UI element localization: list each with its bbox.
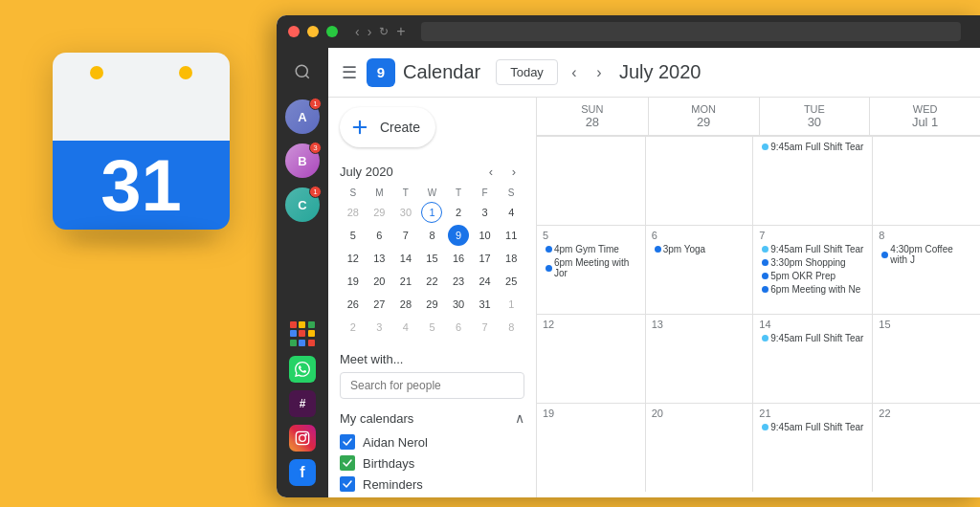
- mini-day[interactable]: 17: [475, 248, 496, 269]
- mini-day[interactable]: 15: [421, 248, 442, 269]
- my-calendars-chevron[interactable]: ∧: [515, 410, 524, 426]
- facebook-icon[interactable]: f: [289, 459, 316, 486]
- mini-day[interactable]: 23: [448, 271, 469, 292]
- cell-13[interactable]: 13: [645, 314, 753, 403]
- nav-prev-button[interactable]: ‹: [562, 60, 587, 85]
- traffic-light-yellow[interactable]: [307, 26, 319, 37]
- slack-icon[interactable]: #: [289, 390, 316, 417]
- mini-day[interactable]: 5: [421, 317, 442, 338]
- create-button[interactable]: Create: [340, 107, 435, 147]
- mini-day[interactable]: 1: [421, 202, 442, 223]
- cell-5[interactable]: 5 4pm Gym Time 6pm Meeting with Jor: [537, 225, 645, 314]
- event-yoga[interactable]: 3pm Yoga: [652, 243, 747, 255]
- event-full-shift-2[interactable]: 9:45am Full Shift Tear: [759, 243, 866, 255]
- mini-day[interactable]: 22: [421, 271, 442, 292]
- browser-back[interactable]: ‹: [355, 24, 360, 39]
- mini-day[interactable]: 27: [368, 294, 390, 315]
- mini-day[interactable]: 2: [448, 202, 469, 223]
- traffic-light-green[interactable]: [326, 26, 338, 37]
- search-people-input[interactable]: [340, 372, 524, 399]
- calendar-item-birthdays[interactable]: Birthdays: [340, 452, 524, 474]
- cell-7[interactable]: 7 9:45am Full Shift Tear 3:30pm Shopping…: [752, 225, 872, 314]
- cell-jul1[interactable]: [872, 136, 980, 225]
- today-button[interactable]: Today: [496, 59, 558, 85]
- mini-day[interactable]: 13: [368, 248, 390, 269]
- event-full-shift-3[interactable]: 9:45am Full Shift Tear: [759, 332, 866, 344]
- calendar-checkbox-birthdays[interactable]: [340, 455, 355, 471]
- mini-day[interactable]: 28: [395, 294, 416, 315]
- sidebar-avatar-2[interactable]: B 3: [285, 143, 320, 178]
- mini-day[interactable]: 29: [368, 202, 390, 223]
- cell-8[interactable]: 8 4:30pm Coffee with J: [872, 225, 980, 314]
- cell-12[interactable]: 12: [537, 314, 645, 403]
- cell-14[interactable]: 14 9:45am Full Shift Tear: [752, 314, 872, 403]
- mini-day[interactable]: 8: [501, 317, 522, 338]
- mini-day[interactable]: 20: [368, 271, 390, 292]
- mini-day[interactable]: 19: [343, 271, 364, 292]
- mini-day[interactable]: 7: [475, 317, 496, 338]
- mini-day[interactable]: 6: [448, 317, 469, 338]
- mini-day[interactable]: 30: [395, 202, 416, 223]
- mini-day[interactable]: 14: [395, 248, 416, 269]
- mini-day[interactable]: 4: [501, 202, 522, 223]
- mini-day-today[interactable]: 9: [448, 225, 469, 246]
- cell-28[interactable]: [537, 136, 645, 225]
- event-meeting-joe[interactable]: 6pm Meeting with Jor: [543, 256, 639, 279]
- mini-day[interactable]: 3: [475, 202, 496, 223]
- browser-forward[interactable]: ›: [368, 24, 372, 39]
- cell-15[interactable]: 15: [872, 314, 980, 403]
- mini-cal-prev[interactable]: ‹: [480, 161, 501, 182]
- browser-refresh[interactable]: ↻: [379, 25, 389, 38]
- mini-day[interactable]: 16: [448, 248, 469, 269]
- mini-day[interactable]: 31: [475, 294, 496, 315]
- mini-day[interactable]: 5: [343, 225, 364, 246]
- instagram-icon[interactable]: [289, 425, 316, 452]
- cell-29[interactable]: [645, 136, 753, 225]
- calendar-item-reminders[interactable]: Reminders: [340, 474, 524, 495]
- mini-day[interactable]: 24: [475, 271, 496, 292]
- cell-6[interactable]: 6 3pm Yoga: [645, 225, 753, 314]
- mini-day[interactable]: 25: [501, 271, 522, 292]
- mini-day[interactable]: 3: [368, 317, 390, 338]
- calendar-checkbox-aidan[interactable]: [340, 434, 355, 450]
- mini-day[interactable]: 12: [343, 248, 364, 269]
- mini-day[interactable]: 18: [501, 248, 522, 269]
- calendar-item-aidan[interactable]: Aidan Nerol: [340, 431, 524, 452]
- mini-day[interactable]: 2: [343, 317, 364, 338]
- nav-next-button[interactable]: ›: [587, 60, 612, 85]
- cell-30[interactable]: 9:45am Full Shift Tear: [752, 136, 872, 225]
- event-gym[interactable]: 4pm Gym Time: [543, 243, 639, 255]
- cell-20[interactable]: 20: [645, 403, 753, 492]
- event-full-shift-1[interactable]: 9:45am Full Shift Tear: [759, 141, 866, 153]
- mini-day[interactable]: 30: [448, 294, 469, 315]
- google-apps-icon[interactable]: [288, 320, 317, 348]
- sidebar-search-icon[interactable]: [288, 57, 317, 90]
- hamburger-menu[interactable]: ☰: [342, 62, 357, 83]
- event-shopping[interactable]: 3:30pm Shopping: [759, 256, 866, 269]
- traffic-light-red[interactable]: [288, 26, 300, 37]
- calendar-checkbox-reminders[interactable]: [340, 476, 355, 492]
- mini-day[interactable]: 10: [475, 225, 496, 246]
- event-coffee[interactable]: 4:30pm Coffee with J: [879, 243, 974, 266]
- cell-21[interactable]: 21 9:45am Full Shift Tear: [752, 403, 872, 492]
- mini-day[interactable]: 11: [501, 225, 522, 246]
- event-full-shift-4[interactable]: 9:45am Full Shift Tear: [759, 421, 866, 433]
- mini-day[interactable]: 26: [343, 294, 364, 315]
- whatsapp-icon[interactable]: [289, 356, 316, 383]
- mini-day[interactable]: 1: [501, 294, 522, 315]
- sidebar-avatar-3[interactable]: C 1: [285, 187, 320, 222]
- browser-new-tab[interactable]: +: [396, 23, 405, 40]
- mini-day[interactable]: 28: [343, 202, 364, 223]
- mini-day[interactable]: 21: [395, 271, 416, 292]
- browser-address-bar[interactable]: [421, 22, 961, 41]
- mini-day[interactable]: 7: [395, 225, 416, 246]
- mini-day[interactable]: 4: [395, 317, 416, 338]
- mini-day[interactable]: 6: [368, 225, 390, 246]
- mini-day[interactable]: 8: [421, 225, 442, 246]
- cell-19[interactable]: 19: [537, 403, 645, 492]
- cell-22[interactable]: 22: [872, 403, 980, 492]
- event-meeting-ne[interactable]: 6pm Meeting with Ne: [759, 283, 866, 296]
- sidebar-avatar-1[interactable]: A 1: [285, 99, 320, 134]
- event-okr[interactable]: 5pm OKR Prep: [759, 270, 866, 282]
- mini-cal-next[interactable]: ›: [503, 161, 524, 182]
